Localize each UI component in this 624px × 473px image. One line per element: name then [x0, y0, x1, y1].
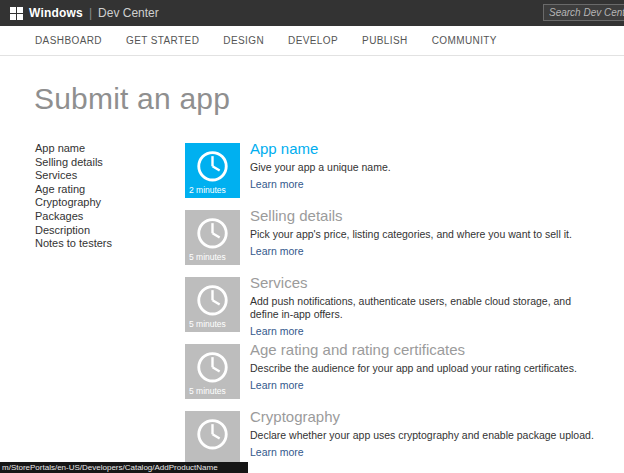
brand-name: Windows — [29, 6, 83, 20]
learn-more-link[interactable]: Learn more — [250, 178, 304, 190]
step-tile-services[interactable]: 5 minutes — [185, 277, 240, 332]
step-info: App name Give your app a unique name. Le… — [250, 140, 600, 192]
step-row-cryptography: Cryptography Declare whether your app us… — [185, 411, 605, 466]
step-info: Cryptography Declare whether your app us… — [250, 408, 600, 460]
sidebar-item-app-name[interactable]: App name — [35, 142, 165, 156]
clock-icon — [191, 213, 234, 256]
step-info: Services Add push notifications, authent… — [250, 274, 600, 339]
step-row-selling-details: 5 minutes Selling details Pick your app'… — [185, 210, 605, 265]
nav-item-publish[interactable]: PUBLISH — [362, 35, 408, 46]
learn-more-link[interactable]: Learn more — [250, 325, 304, 337]
step-description: Give your app a unique name. — [250, 161, 600, 174]
step-title[interactable]: App name — [250, 140, 600, 157]
step-tile-app-name[interactable]: 2 minutes — [185, 143, 240, 198]
sidebar-item-description[interactable]: Description — [35, 224, 165, 238]
main-nav: DASHBOARD GET STARTED DESIGN DEVELOP PUB… — [0, 26, 624, 56]
step-info: Age rating and rating certificates Descr… — [250, 341, 600, 393]
top-header: Windows | Dev Center — [0, 0, 624, 26]
step-row-services: 5 minutes Services Add push notification… — [185, 277, 605, 332]
steps-list: 2 minutes App name Give your app a uniqu… — [185, 143, 605, 473]
nav-item-get-started[interactable]: GET STARTED — [126, 35, 199, 46]
clock-icon — [191, 280, 234, 323]
step-tile-cryptography[interactable] — [185, 411, 240, 466]
step-duration: 5 minutes — [189, 252, 226, 262]
sidebar-item-services[interactable]: Services — [35, 169, 165, 183]
sidebar-item-notes-to-testers[interactable]: Notes to testers — [35, 237, 165, 251]
brand-divider: | — [89, 6, 92, 20]
step-duration: 5 minutes — [189, 319, 226, 329]
learn-more-link[interactable]: Learn more — [250, 446, 304, 458]
status-bar-url: m/StorePortals/en-US/Developers/Catalog/… — [0, 462, 248, 473]
step-description: Add push notifications, authenticate use… — [250, 295, 600, 321]
windows-logo-icon — [10, 7, 23, 20]
brand[interactable]: Windows | Dev Center — [10, 6, 159, 20]
step-description: Pick your app's price, listing categorie… — [250, 228, 600, 241]
nav-item-develop[interactable]: DEVELOP — [288, 35, 338, 46]
step-row-age-rating: 5 minutes Age rating and rating certific… — [185, 344, 605, 399]
step-tile-age-rating[interactable]: 5 minutes — [185, 344, 240, 399]
page-title: Submit an app — [34, 82, 230, 116]
step-duration: 2 minutes — [189, 185, 226, 195]
sidebar-item-age-rating[interactable]: Age rating — [35, 183, 165, 197]
step-sidebar: App name Selling details Services Age ra… — [35, 142, 165, 251]
learn-more-link[interactable]: Learn more — [250, 245, 304, 257]
clock-icon — [191, 347, 234, 390]
step-tile-selling-details[interactable]: 5 minutes — [185, 210, 240, 265]
clock-icon — [191, 146, 234, 189]
step-row-app-name: 2 minutes App name Give your app a uniqu… — [185, 143, 605, 198]
step-title[interactable]: Services — [250, 274, 600, 291]
brand-suffix: Dev Center — [98, 6, 159, 20]
sidebar-item-packages[interactable]: Packages — [35, 210, 165, 224]
nav-item-dashboard[interactable]: DASHBOARD — [35, 35, 102, 46]
sidebar-item-cryptography[interactable]: Cryptography — [35, 196, 165, 210]
step-title[interactable]: Age rating and rating certificates — [250, 341, 600, 358]
step-description: Declare whether your app uses cryptograp… — [250, 429, 600, 442]
step-description: Describe the audience for your app and u… — [250, 362, 600, 375]
learn-more-link[interactable]: Learn more — [250, 379, 304, 391]
search-input[interactable] — [543, 4, 624, 21]
sidebar-item-selling-details[interactable]: Selling details — [35, 156, 165, 170]
step-title[interactable]: Cryptography — [250, 408, 600, 425]
nav-item-design[interactable]: DESIGN — [223, 35, 264, 46]
nav-item-community[interactable]: COMMUNITY — [432, 35, 497, 46]
step-info: Selling details Pick your app's price, l… — [250, 207, 600, 259]
step-title[interactable]: Selling details — [250, 207, 600, 224]
step-duration: 5 minutes — [189, 386, 226, 396]
clock-icon — [191, 414, 234, 457]
